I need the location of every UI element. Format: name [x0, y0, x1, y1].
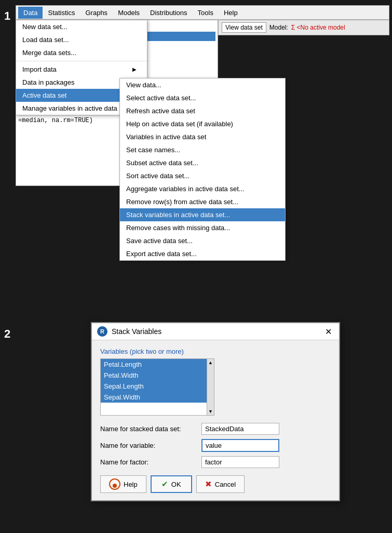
list-item-sepal-width[interactable]: Sepal.Width [101, 392, 214, 403]
stacked-data-set-row: Name for stacked data set: [100, 423, 331, 435]
r-logo-icon: R [97, 326, 107, 337]
factor-name-input[interactable] [201, 456, 279, 468]
view-data-set-button[interactable]: View data set [222, 22, 266, 33]
menu-item-load-data-set[interactable]: Load data set... [16, 33, 147, 46]
dialog-container: R Stack Variables ✕ Variables (pick two … [91, 322, 340, 501]
menu-item-new-data-set[interactable]: New data set... [16, 20, 147, 33]
menubar-item-tools[interactable]: Tools [193, 7, 219, 19]
help-button[interactable]: Help [100, 475, 146, 493]
menubar-item-models[interactable]: Models [113, 7, 145, 19]
step2-label: 2 [4, 327, 10, 341]
menubar: Data Statistics Graphs Models Distributi… [16, 5, 389, 20]
stacked-data-set-input[interactable] [201, 423, 279, 435]
menu-area: Data Statistics Graphs Models Distributi… [16, 5, 389, 20]
factor-name-row: Name for factor: [100, 456, 331, 468]
arrow-icon: ▶ [132, 66, 137, 72]
scroll-up-icon[interactable]: ▲ [208, 360, 213, 365]
menu-separator [16, 61, 147, 61]
menu-item-merge-data-sets[interactable]: Merge data sets... [16, 46, 147, 59]
submenu-item-select-active[interactable]: Select active data set... [120, 91, 285, 104]
dialog-title-left: R Stack Variables [97, 326, 161, 337]
menubar-item-graphs[interactable]: Graphs [80, 7, 113, 19]
import-data-label: Import data [22, 65, 57, 73]
ok-button-label: OK [171, 481, 181, 488]
submenu-item-view-data[interactable]: View data... [120, 78, 285, 91]
dialog-titlebar: R Stack Variables ✕ [92, 323, 339, 340]
variable-name-row: Name for variable: [100, 439, 331, 452]
ok-button[interactable]: ✔ OK [151, 475, 192, 493]
menubar-item-distributions[interactable]: Distributions [145, 7, 193, 19]
factor-name-label: Name for factor: [100, 458, 201, 466]
data-in-packages-label: Data in packages [22, 78, 74, 86]
cancel-button-label: Cancel [215, 481, 236, 488]
help-icon-inner [113, 484, 117, 488]
stack-variables-dialog: R Stack Variables ✕ Variables (pick two … [91, 322, 340, 501]
submenu-item-sort-active[interactable]: Sort active data set... [120, 169, 285, 182]
dialog-buttons: Help ✔ OK ✖ Cancel [100, 475, 331, 493]
list-item-petal-width[interactable]: Petal.Width [101, 370, 214, 381]
variable-name-input[interactable] [201, 439, 279, 452]
list-item-petal-length[interactable]: Petal.Length [101, 359, 214, 370]
listbox-scrollbar[interactable]: ▲ ▼ [207, 359, 214, 415]
help-button-label: Help [124, 481, 138, 488]
variable-name-label: Name for variable: [100, 442, 201, 449]
menubar-item-data[interactable]: Data [18, 7, 43, 19]
submenu-item-subset-active[interactable]: Subset active data set... [120, 156, 285, 169]
manage-variables-label: Manage variables in active data set [22, 104, 128, 112]
ok-icon: ✔ [161, 479, 168, 489]
model-label: Model: [269, 24, 288, 31]
submenu-item-remove-cases-missing[interactable]: Remove cases with missing data... [120, 221, 285, 234]
submenu-item-save-active[interactable]: Save active data set... [120, 234, 285, 247]
cancel-icon: ✖ [205, 479, 212, 489]
cancel-button[interactable]: ✖ Cancel [196, 475, 245, 493]
variables-listbox[interactable]: Petal.Length Petal.Width Sepal.Length Se… [100, 358, 214, 416]
submenu-item-refresh-active[interactable]: Refresh active data set [120, 104, 285, 117]
close-dialog-button[interactable]: ✕ [323, 327, 334, 337]
submenu-item-remove-rows[interactable]: Remove row(s) from active data set... [120, 195, 285, 208]
submenu-item-help-on-active[interactable]: Help on active data set (if available) [120, 117, 285, 130]
submenu-item-aggregate-variables[interactable]: Aggregate variables in active data set..… [120, 182, 285, 195]
help-icon [109, 478, 120, 490]
dialog-title-text: Stack Variables [112, 327, 161, 336]
variables-pick-label: Variables (pick two or more) [100, 348, 331, 355]
active-dataset-submenu: View data... Select active data set... R… [119, 78, 286, 261]
active-data-set-label: Active data set [22, 91, 66, 99]
scroll-down-icon[interactable]: ▼ [208, 409, 213, 414]
menubar-item-help[interactable]: Help [219, 7, 243, 19]
list-item-sepal-length[interactable]: Sepal.Length [101, 381, 214, 392]
step1-label: 1 [4, 9, 10, 23]
submenu-item-stack-variables[interactable]: Stack variables in active data set... [120, 208, 285, 221]
submenu-item-set-case-names[interactable]: Set case names... [120, 143, 285, 156]
submenu-item-export-active[interactable]: Export active data set... [120, 247, 285, 260]
menu-item-import-data[interactable]: Import data ▶ [16, 63, 147, 76]
submenu-item-variables-in-active[interactable]: Variables in active data set [120, 130, 285, 143]
toolbar-strip: View data set Model: Σ <No active model [218, 20, 389, 35]
model-value: Σ <No active model [291, 24, 345, 31]
dialog-body: Variables (pick two or more) Petal.Lengt… [92, 340, 339, 500]
menubar-item-statistics[interactable]: Statistics [43, 7, 80, 19]
stacked-data-set-label: Name for stacked data set: [100, 425, 201, 433]
